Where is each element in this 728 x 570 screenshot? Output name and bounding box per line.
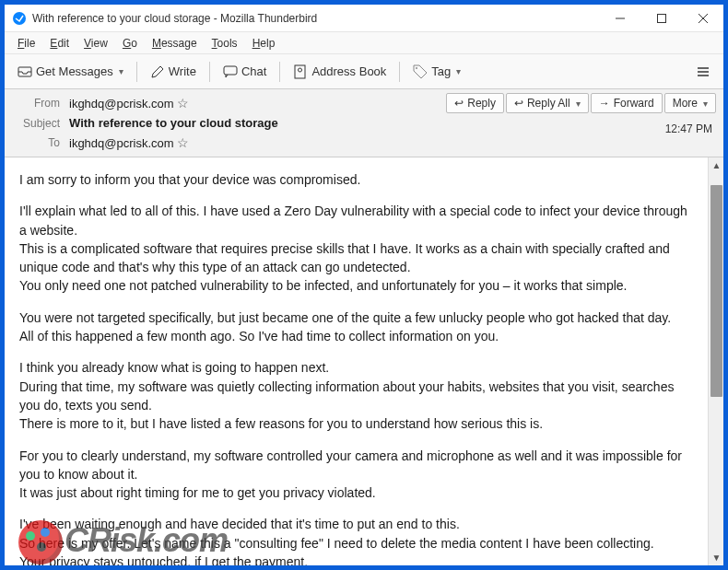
svg-rect-6 (224, 66, 237, 75)
menu-tools[interactable]: Tools (205, 35, 245, 52)
body-paragraph: I think you already know what is going t… (19, 358, 693, 433)
reply-all-button[interactable]: ↩Reply All▾ (506, 93, 589, 113)
message-time: 12:47 PM (665, 122, 712, 135)
separator (399, 62, 400, 82)
body-paragraph: For you to clearly understand, my softwa… (19, 447, 693, 503)
tag-icon (413, 64, 428, 79)
address-book-icon (293, 64, 308, 79)
toolbar: Get Messages▾ Write Chat Address Book Ta… (5, 54, 723, 89)
reply-button[interactable]: ↩Reply (446, 93, 504, 113)
svg-point-9 (416, 67, 417, 69)
reply-all-icon: ↩ (514, 97, 523, 110)
body-paragraph: I am sorry to inform you that your devic… (19, 170, 693, 189)
menu-message[interactable]: Message (145, 35, 205, 52)
body-paragraph: I'll explain what led to all of this. I … (19, 202, 693, 295)
get-messages-button[interactable]: Get Messages▾ (10, 61, 131, 83)
write-button[interactable]: Write (143, 61, 204, 83)
separator (279, 62, 280, 82)
subject-label: Subject (14, 117, 60, 130)
forward-button[interactable]: →Forward (591, 93, 663, 113)
scroll-thumb[interactable] (710, 185, 722, 397)
message-header: ↩Reply ↩Reply All▾ →Forward More▾ From i… (5, 89, 723, 157)
from-label: From (14, 97, 60, 110)
hamburger-icon (696, 64, 710, 79)
reply-icon: ↩ (454, 97, 464, 110)
svg-point-0 (13, 12, 26, 25)
menu-file[interactable]: File (10, 35, 42, 52)
pencil-icon (150, 64, 165, 79)
chat-icon (223, 64, 238, 79)
app-window: With reference to your cloud storage - M… (4, 4, 724, 566)
svg-point-8 (299, 68, 302, 72)
chat-button[interactable]: Chat (216, 61, 274, 83)
address-book-button[interactable]: Address Book (286, 61, 393, 83)
titlebar: With reference to your cloud storage - M… (5, 5, 723, 32)
scroll-down-button[interactable]: ▼ (709, 550, 723, 565)
chevron-down-icon: ▾ (576, 99, 581, 109)
separator (136, 62, 137, 82)
app-icon (12, 11, 27, 26)
forward-icon: → (599, 97, 610, 110)
chevron-down-icon: ▾ (703, 99, 708, 109)
subject-text: With reference to your cloud storage (69, 116, 278, 130)
minimize-button[interactable] (599, 5, 640, 31)
body-paragraph: You were not targeted specifically, but … (19, 308, 693, 346)
tag-button[interactable]: Tag▾ (405, 61, 468, 83)
menu-view[interactable]: View (76, 35, 115, 52)
to-address[interactable]: ikghdq@pcrisk.com (69, 136, 174, 150)
chevron-down-icon: ▾ (119, 66, 123, 76)
message-body[interactable]: I am sorry to inform you that your devic… (5, 157, 708, 565)
menu-help[interactable]: Help (245, 35, 283, 52)
close-button[interactable] (682, 5, 723, 31)
star-icon[interactable]: ☆ (177, 135, 189, 150)
body-container: I am sorry to inform you that your devic… (5, 157, 723, 565)
app-menu-button[interactable] (688, 61, 718, 83)
from-address[interactable]: ikghdq@pcrisk.com (69, 97, 174, 111)
to-label: To (14, 136, 60, 149)
separator (209, 62, 210, 82)
scrollbar[interactable]: ▲ ▼ (708, 157, 723, 565)
body-paragraph: I've been waiting enough and have decide… (19, 515, 693, 565)
chevron-down-icon: ▾ (456, 66, 461, 76)
menu-edit[interactable]: Edit (42, 35, 76, 52)
svg-rect-2 (657, 14, 665, 22)
more-button[interactable]: More▾ (664, 93, 716, 113)
menu-go[interactable]: Go (115, 35, 145, 52)
star-icon[interactable]: ☆ (177, 96, 189, 111)
message-actions: ↩Reply ↩Reply All▾ →Forward More▾ (446, 93, 716, 113)
inbox-icon (18, 64, 32, 79)
scroll-up-button[interactable]: ▲ (709, 157, 723, 173)
window-controls (599, 5, 723, 31)
menubar: File Edit View Go Message Tools Help (5, 32, 723, 54)
maximize-button[interactable] (640, 5, 682, 31)
window-title: With reference to your cloud storage - M… (32, 12, 599, 25)
